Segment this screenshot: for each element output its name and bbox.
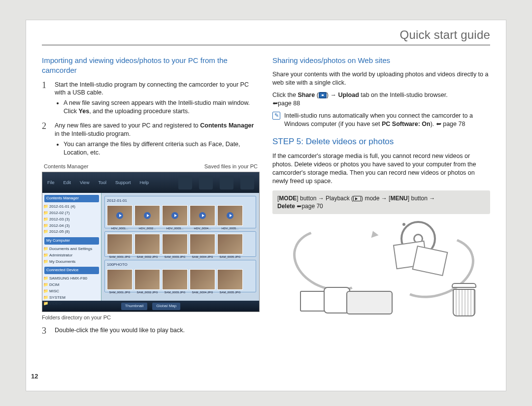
- video-thumb[interactable]: HDV_0004...: [190, 205, 215, 226]
- step-1-text: Start the Intelli-studio program by conn…: [55, 81, 249, 96]
- sidebar-section-mycomputer: My Computer: [44, 237, 99, 245]
- step-3: 3 Double-click the file you would like t…: [42, 326, 260, 336]
- video-thumb[interactable]: HDV_0001...: [107, 205, 133, 226]
- step-number: 2: [42, 122, 49, 158]
- menu-tool[interactable]: Tool: [98, 180, 106, 186]
- photo-thumb[interactable]: SAM_0001.JPG: [107, 269, 133, 290]
- step-3-text: Double-click the file you would like to …: [55, 327, 185, 334]
- screenshot-top-labels: Contents Manager Saved files in your PC: [42, 163, 260, 170]
- photo-thumb[interactable]: SAM_0002.JPG: [134, 234, 160, 254]
- manual-page: Quick start guide 12 Importing and viewi…: [26, 20, 506, 391]
- app-menu-bar: File Edit View Tool Support Help: [42, 172, 259, 193]
- note-text: Intelli-studio runs automatically when y…: [284, 112, 490, 128]
- photo-thumb[interactable]: SAM_0005.JPG: [217, 269, 243, 290]
- heading-step5: STEP 5: Delete videos or photos: [272, 136, 490, 148]
- trash-icon: [450, 283, 478, 316]
- label-saved-files: Saved files in your PC: [204, 163, 258, 170]
- note-block: ✎ Intelli-studio runs automatically when…: [272, 112, 490, 128]
- page-number: 12: [31, 373, 38, 380]
- delete-paragraph: If the camcorder's storage media is full…: [272, 152, 490, 186]
- folder-item[interactable]: Documents and Settings: [44, 246, 99, 252]
- folder-item[interactable]: 2012-04 (3): [44, 223, 99, 229]
- folder-item[interactable]: My Documents: [44, 259, 99, 265]
- sidebar-section-device: Connected Device: [44, 267, 99, 274]
- photo-thumb[interactable]: SAM_0005.JPG: [217, 234, 243, 254]
- menu-file[interactable]: File: [47, 180, 55, 186]
- folder-item[interactable]: Administrator: [44, 252, 99, 259]
- sharing-intro: Share your contents with the world by up…: [272, 70, 490, 87]
- step-number: 3: [42, 326, 49, 336]
- video-thumb[interactable]: HDV_0002...: [134, 205, 160, 226]
- step-1: 1 Start the Intelli-studio program by co…: [42, 81, 260, 117]
- thumbnail-button[interactable]: Thumbnail: [121, 303, 147, 310]
- global-map-button[interactable]: Global Map: [152, 303, 180, 310]
- tab-library[interactable]: [178, 176, 192, 189]
- steps-list: 1 Start the Intelli-studio program by co…: [42, 81, 260, 158]
- step-1-bullet: A new file saving screen appears with th…: [64, 99, 260, 116]
- left-column: Importing and viewing videos/photos to y…: [42, 56, 260, 380]
- intelli-studio-screenshot: File Edit View Tool Support Help: [42, 172, 260, 312]
- page-header: Quick start guide: [42, 28, 490, 45]
- photo-thumb[interactable]: SAM_0004.JPG: [190, 269, 215, 290]
- folder-item[interactable]: VIDEO: [44, 301, 99, 307]
- playback-icon: [353, 196, 361, 201]
- photo-thumb[interactable]: SAM_0004.JPG: [190, 234, 215, 254]
- folder-item[interactable]: 2012-02 (7): [44, 210, 99, 217]
- heading-importing: Importing and viewing videos/photos to y…: [42, 56, 260, 76]
- step-2-bullet: You can arrange the files by different c…: [64, 140, 260, 157]
- thumb-group: 2012-01-01 HDV_0001... HDV_0002... HDV_0…: [104, 196, 256, 228]
- folder-item[interactable]: MISC: [44, 288, 99, 295]
- share-icon: [319, 92, 327, 98]
- tab-movie-edit[interactable]: [220, 176, 233, 189]
- video-thumb[interactable]: HDV_0005...: [217, 205, 243, 226]
- tab-share[interactable]: [240, 176, 254, 189]
- thumb-group: SAM_0001.JPG SAM_0002.JPG SAM_0003.JPG S…: [104, 231, 256, 257]
- thumb-group: 100PHOTO SAM_0001.JPG SAM_0002.JPG SAM_0…: [104, 260, 256, 292]
- sidebar-section-contents: Contents Manager: [44, 195, 99, 202]
- photo-thumb[interactable]: SAM_0002.JPG: [134, 269, 160, 290]
- photo-thumb[interactable]: SAM_0003.JPG: [162, 234, 188, 254]
- sharing-click: Click the Share () → Upload tab on the I…: [272, 91, 490, 108]
- menu-view[interactable]: View: [80, 180, 89, 186]
- tab-photo-edit[interactable]: [199, 176, 213, 189]
- heading-sharing: Sharing videos/photos on Web sites: [272, 56, 490, 65]
- photo-thumb[interactable]: SAM_0001.JPG: [107, 234, 133, 254]
- thumbnail-area: 2012-01-01 HDV_0001... HDV_0002... HDV_0…: [101, 193, 259, 301]
- folder-item[interactable]: SYSTEM: [44, 295, 99, 301]
- sidebar-tree: Contents Manager 2012-01-01 (4) 2012-02 …: [42, 193, 101, 301]
- video-thumb[interactable]: HDV_0003...: [162, 205, 188, 226]
- photo-thumb[interactable]: SAM_0003.JPG: [162, 269, 188, 290]
- label-contents-manager: Contents Manager: [44, 163, 89, 170]
- camcorder-icon: [314, 280, 393, 314]
- step-2: 2 Any new files are saved to your PC and…: [42, 122, 260, 158]
- step-number: 1: [42, 81, 49, 117]
- delete-illustration: [272, 221, 490, 319]
- mode-sequence-box: [MODE] button → Playback () mode → [MENU…: [272, 190, 490, 214]
- right-column: Sharing videos/photos on Web sites Share…: [272, 56, 490, 380]
- folder-item[interactable]: 2012-01-01 (4): [44, 204, 99, 210]
- note-icon: ✎: [272, 112, 280, 120]
- folder-item[interactable]: DCIM: [44, 282, 99, 288]
- folder-item[interactable]: 2012-05 (8): [44, 229, 99, 235]
- menu-help[interactable]: Help: [139, 180, 149, 186]
- menu-support[interactable]: Support: [115, 180, 131, 186]
- folder-item[interactable]: SAMSUNG HMX-F80: [44, 276, 99, 282]
- label-folders-dir: Folders directory on your PC: [42, 314, 260, 321]
- menu-edit[interactable]: Edit: [64, 180, 71, 186]
- page-title: Quick start guide: [400, 28, 490, 41]
- folder-item[interactable]: 2012-03 (3): [44, 217, 99, 223]
